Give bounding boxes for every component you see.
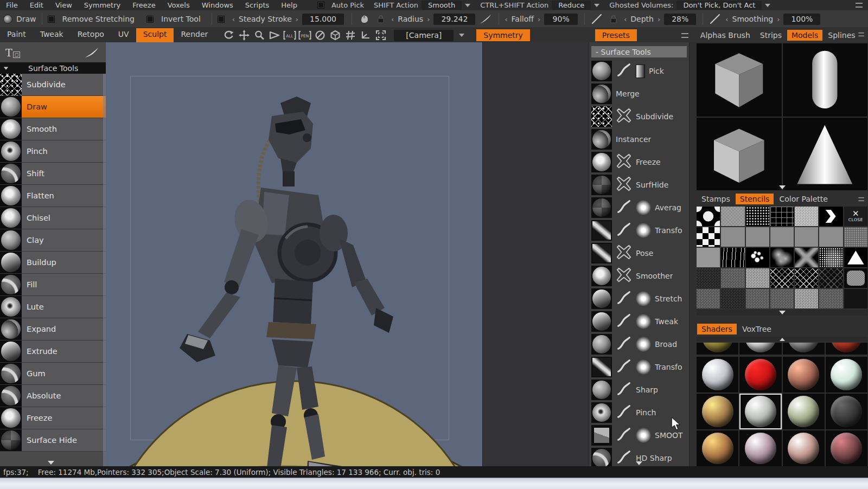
shader-thumb[interactable] bbox=[697, 394, 738, 429]
tool-item-fill[interactable]: Fill bbox=[0, 274, 106, 296]
steady-stroke-group[interactable]: ‹Steady Stroke› 15.000 bbox=[218, 14, 344, 25]
tab-stamps[interactable]: Stamps bbox=[697, 194, 735, 204]
preset-item-pinch[interactable]: Pinch bbox=[589, 401, 689, 424]
tab-voxtree[interactable]: VoxTree bbox=[738, 324, 776, 334]
auto-pick-checkbox[interactable] bbox=[317, 2, 324, 9]
tool-item-buildup[interactable]: Buildup bbox=[0, 252, 106, 274]
stencil-thumb-noise-dark[interactable] bbox=[721, 289, 744, 308]
shift-action-dropdown-icon[interactable] bbox=[465, 4, 470, 7]
stencil-thumb-noise-mid[interactable] bbox=[746, 289, 769, 308]
tab-symmetry[interactable]: Symmetry bbox=[476, 29, 530, 41]
shaders-scroll-up-icon[interactable] bbox=[780, 338, 785, 341]
preset-item-transfo[interactable]: Transfo bbox=[589, 356, 689, 378]
shader-thumb-partial[interactable] bbox=[826, 343, 867, 355]
stencils-scroll-down-icon[interactable] bbox=[779, 311, 786, 314]
stencil-thumb-weave[interactable] bbox=[844, 227, 867, 247]
stencil-thumb-noise-lighttex[interactable] bbox=[795, 289, 818, 308]
model-thumb-cube2[interactable] bbox=[697, 118, 782, 191]
tool-item-surface-hide[interactable]: Surface Hide bbox=[0, 429, 106, 452]
shader-thumb[interactable] bbox=[783, 394, 825, 429]
radius-value[interactable]: 29.242 bbox=[433, 14, 475, 25]
menu-item-voxels[interactable]: Voxels bbox=[162, 1, 196, 9]
tool-item-gum[interactable]: Gum bbox=[0, 363, 106, 385]
room-tab-render[interactable]: Render bbox=[174, 28, 215, 42]
model-thumb-cone[interactable] bbox=[783, 118, 868, 191]
stencil-thumb-lattice[interactable] bbox=[770, 268, 794, 288]
room-tab-tweak[interactable]: Tweak bbox=[33, 28, 71, 42]
stencil-thumb-x-blur[interactable] bbox=[795, 248, 818, 267]
preset-item-pick[interactable]: Pick bbox=[589, 60, 689, 82]
shader-thumb[interactable] bbox=[697, 357, 738, 393]
tool-item-clay[interactable]: Clay bbox=[0, 229, 106, 252]
preset-item-smoot[interactable]: SMOOT bbox=[589, 424, 689, 447]
stencil-thumb-dot-grid[interactable] bbox=[746, 207, 769, 226]
preset-item-smoother[interactable]: Smoother bbox=[589, 265, 689, 287]
smoothing-curve-icon[interactable] bbox=[709, 12, 722, 25]
preset-item-sharp[interactable]: Sharp bbox=[589, 378, 689, 401]
shader-thumb[interactable] bbox=[826, 357, 867, 393]
axis-icon[interactable] bbox=[359, 29, 372, 42]
stencil-thumb-lattice-faint[interactable] bbox=[819, 268, 843, 288]
stencil-thumb-spray[interactable] bbox=[819, 248, 843, 267]
stencil-thumb-noise-mid[interactable] bbox=[819, 289, 843, 308]
preset-item-stretch[interactable]: Stretch bbox=[589, 287, 689, 310]
block-icon[interactable] bbox=[314, 29, 327, 42]
radius-lock-icon[interactable] bbox=[374, 12, 387, 25]
surface-tools-header[interactable]: Surface Tools bbox=[0, 62, 106, 74]
pan-view-icon[interactable] bbox=[238, 29, 251, 42]
brush-stroke-icon[interactable] bbox=[82, 47, 100, 59]
shaders-scroll-up-strip[interactable] bbox=[697, 337, 867, 342]
cone-view-icon[interactable] bbox=[268, 29, 281, 42]
shader-thumb-partial[interactable] bbox=[697, 343, 738, 355]
tool-item-pinch[interactable]: Pinch bbox=[0, 140, 106, 163]
remove-stretching-toggle[interactable]: Remove Stretching bbox=[48, 15, 135, 23]
models-menu-icon[interactable] bbox=[858, 33, 864, 36]
ghosted-volumes-value[interactable]: Don't Pick, Don't Act bbox=[676, 1, 762, 10]
stencil-thumb-flat[interactable] bbox=[819, 227, 843, 247]
preset-item-merge[interactable]: Merge bbox=[589, 82, 689, 105]
stencil-thumb-noise-bright[interactable] bbox=[795, 207, 818, 226]
menu-item-edit[interactable]: Edit bbox=[24, 1, 49, 9]
stencil-thumb-flat[interactable] bbox=[770, 227, 794, 247]
tab-shaders[interactable]: Shaders bbox=[697, 324, 737, 334]
stencil-thumb-streaks[interactable] bbox=[721, 248, 744, 267]
shader-thumb[interactable] bbox=[826, 394, 867, 429]
tool-item-subdivide[interactable]: Subdivide bbox=[0, 74, 106, 96]
invert-tool-toggle[interactable]: Invert Tool bbox=[146, 15, 201, 23]
tool-item-absolute[interactable]: Absolute bbox=[0, 385, 106, 407]
ctrl-shift-action-value[interactable]: Reduce bbox=[552, 1, 591, 10]
grid-icon[interactable] bbox=[344, 29, 357, 42]
shader-thumb[interactable] bbox=[739, 357, 781, 393]
tool-item-extrude[interactable]: Extrude bbox=[0, 340, 106, 363]
steady-stroke-value[interactable]: 15.000 bbox=[302, 14, 344, 25]
tool-item-chisel[interactable]: Chisel bbox=[0, 207, 106, 229]
shader-thumb-partial[interactable] bbox=[783, 343, 825, 355]
steady-stroke-checkbox[interactable] bbox=[218, 16, 225, 23]
ctrl-shift-action-dropdown-icon[interactable] bbox=[594, 4, 599, 7]
preset-item-pose[interactable]: Pose bbox=[589, 242, 689, 265]
stencils-scrollstrip[interactable] bbox=[697, 310, 867, 316]
stencil-thumb-diamonds[interactable] bbox=[697, 227, 720, 247]
model-thumb-cube[interactable] bbox=[697, 43, 782, 117]
tool-item-lute[interactable]: Lute bbox=[0, 296, 106, 318]
tab-color-palette[interactable]: Color Palette bbox=[775, 194, 832, 204]
room-tab-retopo[interactable]: Retopo bbox=[71, 28, 111, 42]
stencil-thumb-line-grid[interactable] bbox=[770, 207, 794, 226]
ghosted-volumes-dropdown-icon[interactable] bbox=[765, 4, 770, 7]
presets-menu-icon[interactable] bbox=[681, 33, 688, 38]
cube-view-icon[interactable] bbox=[329, 29, 342, 42]
stencil-thumb-splatter[interactable] bbox=[746, 248, 769, 267]
stencil-thumb-flat-light[interactable] bbox=[697, 248, 720, 267]
shader-thumb-partial[interactable] bbox=[739, 343, 781, 355]
presets-group-header[interactable]: - Surface Tools bbox=[591, 46, 687, 57]
stencil-thumb-flat[interactable] bbox=[721, 227, 744, 247]
camera-value[interactable]: [Camera] bbox=[394, 30, 454, 41]
text-tool-icon[interactable]: T◻ bbox=[5, 47, 20, 59]
preset-item-instancer[interactable]: Instancer bbox=[589, 128, 689, 151]
fit-view-icon[interactable] bbox=[374, 29, 387, 42]
stencil-thumb-noise-mid[interactable] bbox=[697, 289, 720, 308]
preset-item-averag[interactable]: Averag bbox=[589, 196, 689, 219]
tab-models[interactable]: Models bbox=[787, 30, 822, 41]
camera-dropdown-icon[interactable] bbox=[459, 34, 464, 37]
smoothing-value[interactable]: 100% bbox=[783, 14, 820, 25]
